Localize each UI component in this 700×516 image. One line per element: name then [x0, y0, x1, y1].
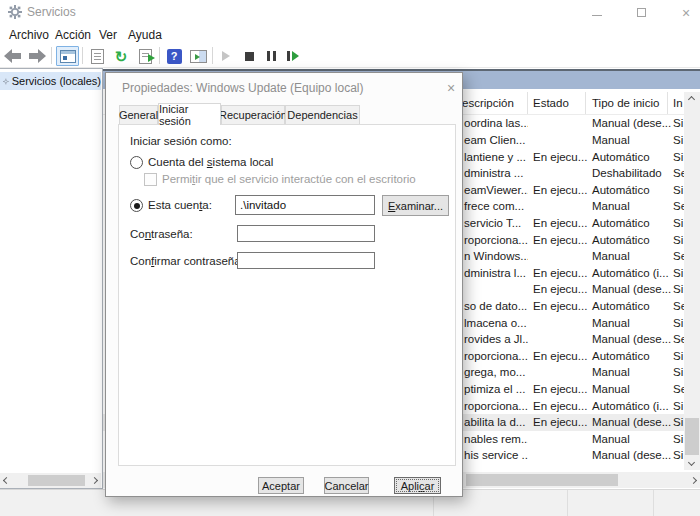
menu-item-accion[interactable]: Acción	[51, 26, 95, 44]
chevron-right-icon	[91, 477, 98, 484]
cell-tipo-de-inicio: Automático	[586, 350, 668, 362]
tab-recuperacion[interactable]: Recuperación	[221, 105, 285, 125]
cell-estado: En ejecu...	[528, 383, 586, 395]
console-root-button[interactable]	[56, 46, 79, 66]
sidebar-hscrollbar[interactable]	[0, 473, 101, 488]
account-input[interactable]	[235, 195, 375, 215]
start-service-button[interactable]	[218, 46, 234, 66]
scroll-thumb[interactable]	[466, 474, 618, 486]
scroll-down-button[interactable]	[685, 455, 698, 470]
cell-iniciar-sesion: Si	[668, 366, 684, 378]
properties-button[interactable]	[87, 46, 107, 66]
refresh-button[interactable]: ↻	[110, 46, 132, 66]
column-header-iniciar[interactable]: In	[668, 92, 684, 114]
toolbar-separator	[51, 47, 52, 64]
this-account-radio[interactable]	[130, 199, 143, 212]
local-system-label[interactable]: Cuenta del sistema local	[148, 156, 273, 168]
cell-iniciar-sesion: Si	[668, 134, 684, 146]
browse-button[interactable]: Examinar...	[382, 195, 449, 216]
export-list-icon	[139, 49, 152, 64]
password-input[interactable]	[237, 225, 375, 242]
dialog-close-button[interactable]: ×	[442, 79, 460, 97]
toolbar: ↻ ?	[0, 44, 700, 68]
scroll-right-button[interactable]	[687, 472, 700, 488]
scroll-left-button[interactable]	[0, 473, 13, 488]
back-arrow-icon	[3, 48, 23, 64]
ok-button[interactable]: Aceptar	[258, 477, 304, 494]
scroll-up-button[interactable]	[685, 92, 698, 107]
cell-iniciar-sesion: Si	[668, 283, 684, 295]
scroll-right-button[interactable]	[88, 473, 101, 488]
logon-as-label: Iniciar sesión como:	[130, 135, 232, 147]
scroll-thumb[interactable]	[28, 475, 85, 486]
back-button[interactable]	[2, 46, 24, 66]
stop-icon	[245, 52, 254, 61]
export-list-button[interactable]	[134, 46, 156, 66]
help-button[interactable]: ?	[164, 46, 184, 66]
chevron-left-icon	[3, 477, 10, 484]
cell-iniciar-sesion: Si	[668, 433, 684, 445]
cancel-button[interactable]: Cancelar	[324, 477, 369, 494]
column-header-tipo-de-inicio[interactable]: Tipo de inicio	[586, 92, 668, 114]
forward-button[interactable]	[26, 46, 48, 66]
minimize-button[interactable]	[588, 4, 606, 21]
close-icon: ×	[682, 5, 690, 21]
status-divider	[567, 490, 568, 516]
menu-item-archivo[interactable]: Archivo	[5, 26, 53, 44]
interact-desktop-checkbox[interactable]	[144, 173, 157, 186]
play-icon	[222, 51, 230, 61]
toolbar-separator	[212, 47, 213, 64]
chevron-right-icon	[690, 476, 697, 483]
cell-iniciar-sesion: Si	[668, 151, 684, 163]
window-title: Servicios	[27, 5, 76, 19]
sidebar-item-label: Servicios (locales)	[12, 75, 101, 87]
sidebar-item-services-local[interactable]: Servicios (locales)	[0, 72, 101, 90]
menu-item-ver[interactable]: Ver	[95, 26, 121, 44]
cell-tipo-de-inicio: Manual	[586, 134, 668, 146]
menubar: Archivo Acción Ver Ayuda	[0, 24, 700, 44]
menu-item-ayuda[interactable]: Ayuda	[124, 26, 166, 44]
cell-iniciar-sesion: Si	[668, 117, 684, 129]
show-action-pane-button[interactable]	[187, 46, 209, 66]
status-divider	[653, 490, 654, 516]
close-button[interactable]: ×	[677, 4, 695, 21]
apply-button[interactable]: Aplicar	[394, 477, 441, 494]
toolbar-separator	[159, 47, 160, 64]
restart-service-button[interactable]	[284, 46, 302, 66]
local-system-radio[interactable]	[130, 156, 143, 169]
tab-general[interactable]: General	[119, 105, 158, 125]
help-icon: ?	[167, 49, 182, 64]
cell-tipo-de-inicio: Manual (dese...	[586, 283, 668, 295]
stop-service-button[interactable]	[241, 46, 257, 66]
pause-service-button[interactable]	[263, 46, 279, 66]
cell-tipo-de-inicio: Manual (dese...	[586, 117, 668, 129]
cell-iniciar-sesion: Se	[668, 167, 684, 179]
cell-tipo-de-inicio: Manual	[586, 317, 668, 329]
sidebar: Servicios (locales)	[0, 68, 103, 489]
services-window: Servicios × Archivo Acción Ver Ayuda ↻	[0, 0, 700, 516]
cell-tipo-de-inicio: Manual	[586, 433, 668, 445]
properties-icon	[91, 49, 104, 64]
console-window-icon	[60, 50, 76, 63]
cell-tipo-de-inicio: Automático	[586, 217, 668, 229]
tab-dependencias[interactable]: Dependencias	[285, 105, 360, 125]
tab-iniciar-sesion[interactable]: Iniciar sesión	[158, 103, 221, 125]
scroll-thumb[interactable]	[685, 418, 699, 455]
cell-iniciar-sesion: Si	[668, 350, 684, 362]
cell-estado: En ejecu...	[528, 267, 586, 279]
confirm-password-input[interactable]	[237, 252, 375, 269]
cell-estado: En ejecu...	[528, 300, 586, 312]
maximize-button[interactable]	[632, 4, 650, 21]
cell-iniciar-sesion: Si	[668, 400, 684, 412]
column-header-estado[interactable]: Estado	[528, 92, 586, 114]
this-account-label[interactable]: Esta cuenta:	[148, 199, 212, 211]
cell-estado: En ejecu...	[528, 400, 586, 412]
cell-estado: En ejecu...	[528, 151, 586, 163]
cell-tipo-de-inicio: Manual	[586, 250, 668, 262]
vertical-scrollbar[interactable]	[684, 92, 700, 470]
cell-estado: En ejecu...	[528, 350, 586, 362]
cell-tipo-de-inicio: Manual (dese...	[586, 333, 668, 345]
cell-estado: En ejecu...	[528, 416, 586, 428]
confirm-password-label: Confirmar contraseña:	[130, 255, 244, 267]
cell-tipo-de-inicio: Automático (i...	[586, 400, 668, 412]
